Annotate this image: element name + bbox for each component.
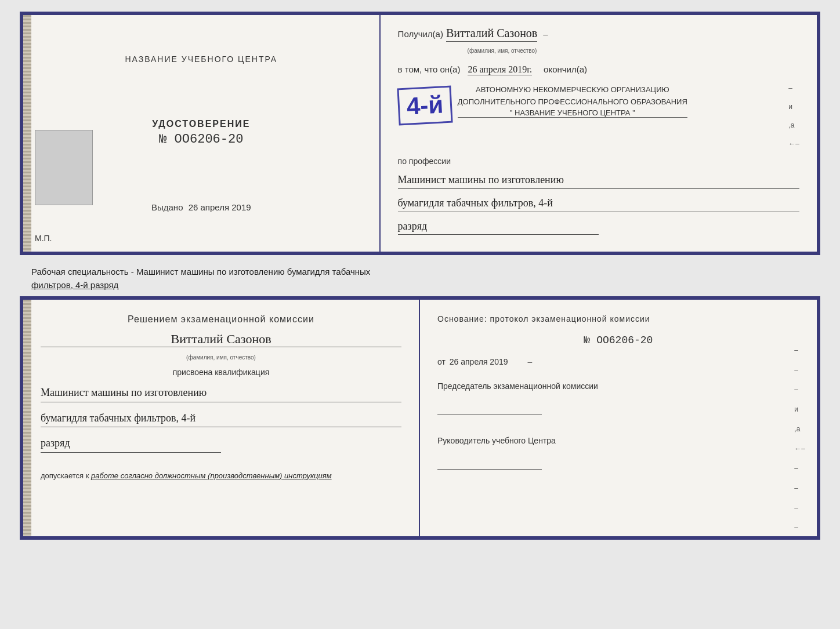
r-edge-arrow: ←– <box>794 445 805 453</box>
org-name: " НАЗВАНИЕ УЧЕБНОГО ЦЕНТРА " <box>458 108 687 118</box>
ot-prefix: от <box>437 357 446 366</box>
r-edge-dash5: – <box>794 484 805 492</box>
udost-number: № OO6206-20 <box>152 132 250 147</box>
bottom-certificate: Решением экзаменационной комиссии Виттал… <box>20 296 820 540</box>
prisvoena: присвоена квалификация <box>41 368 401 377</box>
middle-text-line1: Рабочая специальность - Машинист машины … <box>31 267 370 277</box>
vydano-prefix: Выдано <box>151 202 183 212</box>
bottom-fio-note: (фамилия, имя, отчество) <box>41 354 401 361</box>
profession-line1: Машинист машины по изготовлению <box>398 172 799 189</box>
cert-top-right: Получил(а) Витталий Сазонов – (фамилия, … <box>381 15 817 252</box>
vtom-prefix: в том, что он(а) <box>398 64 461 74</box>
osnovanie: Основание: протокол экзаменационной коми… <box>437 314 799 323</box>
r-edge-dash6: – <box>794 504 805 512</box>
udost-block: УДОСТОВЕРЕНИЕ № OO6206-20 <box>152 119 250 147</box>
photo-box <box>35 130 93 205</box>
profession-line2: бумагидля табачных фильтров, 4-й <box>398 195 799 212</box>
r-edge-dash1: – <box>794 346 805 354</box>
rukovoditel-signature-line <box>437 458 542 470</box>
org-text-block: АВТОНОМНУЮ НЕКОММЕРЧЕСКУЮ ОРГАНИЗАЦИЮ ДО… <box>458 84 687 118</box>
middle-text-block: Рабочая специальность - Машинист машины … <box>20 261 820 296</box>
chairman-label: Председатель экзаменационной комиссии <box>437 380 799 392</box>
poluchil-line: Получил(а) Витталий Сазонов – <box>398 27 799 42</box>
dopusk-text: работе согласно должностным (производств… <box>91 471 332 480</box>
cert-bottom-left: Решением экзаменационной комиссии Виттал… <box>23 300 420 536</box>
kvaif-line1: Машинист машины по изготовлению <box>41 384 401 402</box>
right-edge-labels: – – – и ,а ←– – – – – <box>794 346 805 532</box>
edge-a: ,а <box>788 121 799 129</box>
stamp-org-block: 4-й АВТОНОМНУЮ НЕКОММЕРЧЕСКУЮ ОРГАНИЗАЦИ… <box>398 84 799 148</box>
fio-note-top: (фамилия, имя, отчество) <box>468 48 799 54</box>
vtom-line: в том, что он(а) 26 апреля 2019г. окончи… <box>398 64 799 75</box>
r-edge-dash2: – <box>794 366 805 374</box>
edge-arrow: ←– <box>788 140 799 148</box>
profession-line3: разряд <box>398 218 599 235</box>
edge-i: и <box>788 103 799 111</box>
stamp-block: 4-й <box>397 86 452 126</box>
r-edge-dash7: – <box>794 523 805 532</box>
po-professii: по профессии <box>398 157 799 166</box>
right-side-labels: – и ,а ←– <box>788 84 799 148</box>
r-edge-a: ,а <box>794 425 805 433</box>
stamp-digit: 4-й <box>406 92 444 118</box>
vydano-line: Выдано 26 апреля 2019 <box>151 202 251 212</box>
dash: – <box>543 29 548 39</box>
komissia-title: Решением экзаменационной комиссии <box>41 314 401 325</box>
chairman-signature-line <box>437 403 542 415</box>
from-dash: – <box>527 357 532 366</box>
org-line2: ДОПОЛНИТЕЛЬНОГО ПРОФЕССИОНАЛЬНОГО ОБРАЗО… <box>458 96 687 108</box>
poluchil-prefix: Получил(а) <box>398 29 443 39</box>
cert-top-left: НАЗВАНИЕ УЧЕБНОГО ЦЕНТРА УДОСТОВЕРЕНИЕ №… <box>23 15 381 252</box>
rukovoditel-label: Руководитель учебного Центра <box>437 435 799 447</box>
vtom-date: 26 апреля 2019г. <box>468 64 532 75</box>
edge-dash1: – <box>788 84 799 92</box>
r-edge-dash3: – <box>794 386 805 394</box>
bottom-name: Витталий Сазонов <box>41 332 401 347</box>
mp-label: М.П. <box>35 234 52 243</box>
middle-text-line2: фильтров, 4-й разряд <box>31 280 118 290</box>
kvaif-line3: разряд <box>41 434 221 453</box>
r-edge-dash4: – <box>794 464 805 472</box>
top-certificate: НАЗВАНИЕ УЧЕБНОГО ЦЕНТРА УДОСТОВЕРЕНИЕ №… <box>20 12 820 255</box>
ot-date: 26 апреля 2019 <box>450 357 508 366</box>
r-edge-i: и <box>794 405 805 413</box>
vydano-date: 26 апреля 2019 <box>189 202 251 212</box>
dopuskaetsya-block: допускается к работе согласно должностны… <box>41 471 401 480</box>
okonchil: окончил(а) <box>544 64 587 74</box>
udost-label: УДОСТОВЕРЕНИЕ <box>152 119 250 129</box>
from-date-block: от 26 апреля 2019 – <box>437 357 799 366</box>
school-name-title: НАЗВАНИЕ УЧЕБНОГО ЦЕНТРА <box>125 54 277 64</box>
kvaif-line2: бумагидля табачных фильтров, 4-й <box>41 409 401 428</box>
recipient-name: Витталий Сазонов <box>446 27 537 42</box>
dopusk-prefix: допускается к <box>41 471 89 480</box>
org-line1: АВТОНОМНУЮ НЕКОММЕРЧЕСКУЮ ОРГАНИЗАЦИЮ <box>458 84 687 96</box>
cert-bottom-right: Основание: протокол экзаменационной коми… <box>420 300 817 536</box>
protocol-number: № OO6206-20 <box>437 335 799 346</box>
